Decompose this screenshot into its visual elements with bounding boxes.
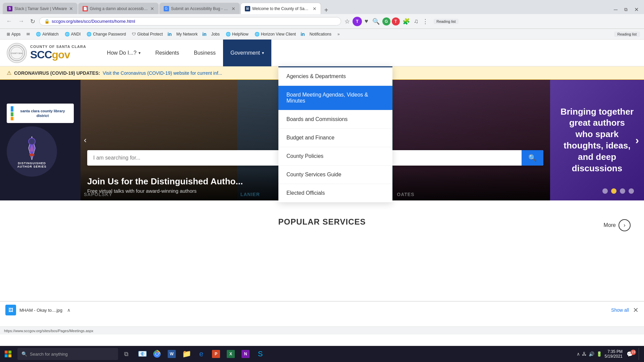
reading-list-icon[interactable]: Reading list: [434, 19, 458, 24]
logo-county-text: COUNTY OF SANTA CLARA: [30, 45, 86, 49]
hero-arrow-left[interactable]: ‹: [84, 135, 87, 145]
window-close[interactable]: ✕: [632, 5, 641, 14]
hero-left-panel: santa clara county library district DIST…: [0, 80, 80, 200]
taskbar-date-display: 5/19/2021: [605, 354, 623, 359]
bookmark-helpnow[interactable]: 🌐 HelpNow: [223, 31, 251, 37]
bookmark-horizon[interactable]: 🌐 Horizon View Client: [252, 31, 299, 37]
extension-icon-music[interactable]: ♫: [413, 16, 420, 26]
dropdown-budget-finance[interactable]: Budget and Finance: [278, 129, 392, 147]
taskbar-notification-icon[interactable]: 💬 19: [625, 351, 635, 357]
taskbar-task-view[interactable]: ⧉: [119, 346, 133, 362]
show-all-button[interactable]: Show all: [611, 307, 629, 313]
new-tab-button[interactable]: +: [322, 6, 331, 14]
svg-rect-10: [8, 354, 11, 357]
browser-window: S Slack | Tamar Savir | VMware ✕ 📄 Givin…: [0, 0, 644, 335]
taskbar-files[interactable]: 📁: [180, 346, 193, 362]
more-options-icon[interactable]: ⋮: [421, 16, 430, 26]
taskbar-search[interactable]: 🔍 Search for anything: [17, 348, 118, 360]
taskbar-show-desktop[interactable]: [639, 348, 640, 360]
tab-4[interactable]: 🏛 Welcome to the County of Santa ... ✕: [240, 3, 321, 14]
back-button[interactable]: ←: [4, 16, 14, 26]
reload-button[interactable]: ↻: [28, 16, 37, 26]
taskbar-outlook[interactable]: 📧: [136, 346, 149, 362]
outlook-icon: 📧: [138, 350, 147, 358]
search-button[interactable]: 🔍: [522, 150, 543, 166]
taskbar-word[interactable]: W: [165, 346, 178, 362]
tab-2[interactable]: 📄 Giving a damn about accessibilit... ✕: [78, 3, 159, 14]
taskbar-excel[interactable]: X: [224, 346, 237, 362]
download-chevron-icon[interactable]: ∧: [67, 307, 70, 313]
tab-3-title: Submit an Accessibility Bug - Glo...: [171, 6, 229, 11]
extension-icon-t[interactable]: T: [392, 17, 400, 25]
hero-dot-3[interactable]: [620, 188, 625, 194]
bookmark-jobs[interactable]: Jobs: [209, 31, 222, 37]
bookmark-apps[interactable]: ⊞ Apps: [4, 31, 23, 37]
address-bar[interactable]: 🔒 sccgov.org/sites/scc/Documents/home.ht…: [39, 17, 341, 25]
hero-next-arrow[interactable]: ›: [635, 134, 639, 146]
status-bar: https://www.sccgov.org/sites/bos/Pages/M…: [0, 326, 644, 335]
taskbar-ie[interactable]: e: [195, 346, 208, 362]
more-button[interactable]: More ›: [366, 219, 631, 231]
tab-3-close[interactable]: ✕: [231, 6, 235, 11]
taskbar-skype[interactable]: S: [254, 346, 267, 362]
bookmarks-more[interactable]: »: [337, 32, 340, 37]
chevron-up-icon[interactable]: ∧: [577, 351, 580, 357]
taskbar-time-date[interactable]: 7:35 PM 5/19/2021: [605, 349, 623, 359]
dropdown-county-services[interactable]: County Services Guide: [278, 166, 392, 184]
tab-1-close[interactable]: ✕: [69, 6, 73, 11]
window-maximize[interactable]: ⧉: [622, 5, 630, 14]
dropdown-elected-officials[interactable]: Elected Officials: [278, 184, 392, 202]
extension-icon-heart[interactable]: ♥: [363, 16, 370, 26]
andi-label: ANDI: [71, 32, 81, 37]
nav-residents[interactable]: Residents: [148, 40, 186, 66]
dropdown-county-policies[interactable]: County Policies: [278, 147, 392, 166]
dropdown-board-meeting[interactable]: Board Meeting Agendas, Videos & Minutes: [278, 86, 392, 110]
extension-icon-search[interactable]: 🔍: [371, 16, 381, 26]
change-password-icon: 🌐: [87, 32, 92, 37]
taskbar-onenote[interactable]: N: [239, 346, 252, 362]
download-close-button[interactable]: ✕: [633, 306, 639, 314]
dropdown-agencies[interactable]: Agencies & Departments: [278, 67, 392, 86]
hero-dot-4[interactable]: [629, 188, 634, 194]
taskbar-powerpoint[interactable]: P: [209, 346, 223, 362]
image-icon: 🖼: [8, 307, 13, 313]
tab-2-close[interactable]: ✕: [150, 6, 154, 11]
forward-button[interactable]: →: [16, 16, 26, 26]
bookmark-mail[interactable]: ✉: [24, 31, 33, 37]
start-button[interactable]: [0, 346, 16, 362]
status-url: https://www.sccgov.org/sites/bos/Pages/M…: [4, 329, 93, 333]
nav-how-do-i-label: How Do I...?: [107, 50, 137, 56]
taskbar-chrome[interactable]: [150, 346, 164, 362]
bookmark-airwatch[interactable]: 🌐 AirWatch: [33, 31, 61, 37]
tab-4-close[interactable]: ✕: [313, 6, 317, 11]
hero-dot-1[interactable]: [602, 188, 608, 194]
hero-dot-2[interactable]: [611, 188, 616, 194]
bookmark-star-icon[interactable]: ☆: [343, 16, 351, 26]
bookmark-global-protect[interactable]: 🛡 Global Protect: [129, 31, 165, 37]
nav-business[interactable]: Business: [186, 40, 223, 66]
dropdown-boards-commissions[interactable]: Boards and Commissions: [278, 110, 392, 129]
bookmark-change-password[interactable]: 🌐 Change Password: [84, 31, 128, 37]
reading-list-btn[interactable]: Reading list: [614, 32, 640, 37]
bookmark-my-network[interactable]: My Network: [174, 31, 200, 37]
horizon-icon: 🌐: [255, 32, 260, 37]
tab-3[interactable]: G Submit an Accessibility Bug - Glo... ✕: [159, 3, 240, 14]
svg-rect-7: [5, 351, 8, 354]
bookmark-andi[interactable]: 🌐 ANDI: [62, 31, 84, 37]
bookmark-notifications[interactable]: Notifications: [307, 31, 334, 37]
network-icon[interactable]: 🖧: [582, 351, 587, 357]
lock-icon: 🔒: [44, 19, 50, 24]
covid-link[interactable]: Visit the Coronavirus (COVID-19) website…: [103, 70, 222, 76]
nav-how-do-i[interactable]: How Do I...? ▾: [100, 40, 148, 66]
profile-icon[interactable]: T: [353, 17, 362, 26]
tab-1[interactable]: S Slack | Tamar Savir | VMware ✕: [3, 3, 77, 14]
nav-government[interactable]: Government ▾: [223, 40, 271, 66]
search-icon: 🔍: [528, 154, 537, 162]
window-minimize[interactable]: ─: [611, 5, 620, 14]
speaker-icon[interactable]: 🔊: [589, 351, 594, 357]
library-color-bars: [11, 106, 13, 120]
extension-icon-g[interactable]: G: [382, 17, 390, 25]
word-icon: W: [168, 350, 176, 358]
government-chevron-icon: ▾: [262, 51, 264, 55]
extension-icon-puzzle[interactable]: 🧩: [401, 16, 411, 26]
